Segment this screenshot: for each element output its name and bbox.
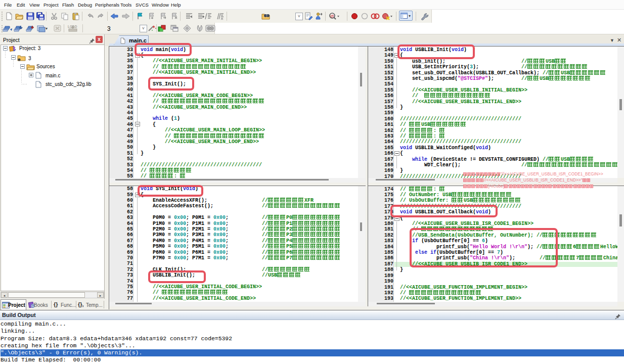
svg-text:@: @ — [330, 14, 334, 18]
